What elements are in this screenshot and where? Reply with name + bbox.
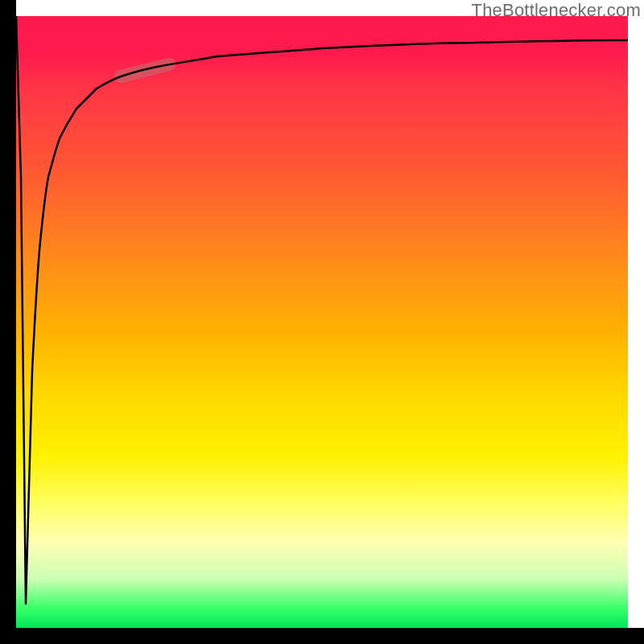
x-axis xyxy=(0,628,644,644)
bottleneck-curve xyxy=(16,16,628,604)
curve-layer xyxy=(16,16,628,628)
chart-stage: TheBottlenecker.com xyxy=(0,0,644,644)
watermark-text: TheBottlenecker.com xyxy=(472,0,641,21)
y-axis xyxy=(0,0,16,628)
